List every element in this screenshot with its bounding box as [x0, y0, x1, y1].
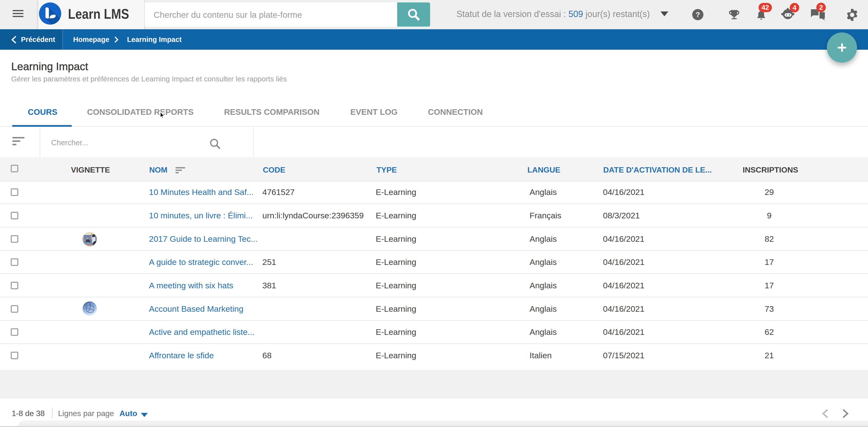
svg-text:?: ? [695, 10, 700, 19]
